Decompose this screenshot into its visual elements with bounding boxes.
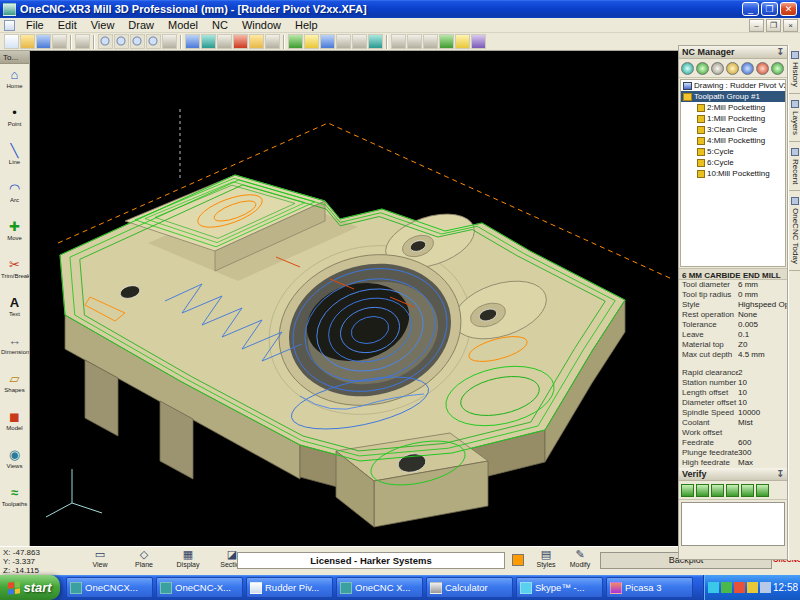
tool-home[interactable]: ⌂Home bbox=[0, 64, 29, 102]
maximize-button[interactable]: ❐ bbox=[761, 2, 778, 16]
minimize-button[interactable]: _ bbox=[742, 2, 759, 16]
tool-model[interactable]: ◼Model bbox=[0, 406, 29, 444]
grid-icon[interactable] bbox=[288, 34, 303, 49]
snap-icon[interactable] bbox=[304, 34, 319, 49]
wireframe-icon[interactable] bbox=[336, 34, 351, 49]
menu-draw[interactable]: Draw bbox=[121, 18, 161, 33]
toolpath-node[interactable]: 2:Mill Pocketting bbox=[681, 102, 785, 113]
shade-icon[interactable] bbox=[320, 34, 335, 49]
verify-preview-area[interactable] bbox=[681, 502, 785, 546]
toolpath-group-node[interactable]: Toolpath Group #1 bbox=[681, 91, 785, 102]
messenger-tray-icon[interactable] bbox=[708, 582, 719, 593]
pan-icon[interactable] bbox=[162, 34, 177, 49]
verify-settings-icon[interactable] bbox=[741, 484, 754, 497]
toolpath-node[interactable]: 6:Cycle bbox=[681, 157, 785, 168]
viewport-canvas[interactable] bbox=[30, 51, 678, 546]
menu-model[interactable]: Model bbox=[161, 18, 205, 33]
taskbar-button[interactable]: Skype™ -... bbox=[516, 577, 603, 598]
toolpath-settings-icon[interactable] bbox=[741, 62, 754, 75]
verify-stop-icon[interactable] bbox=[726, 484, 739, 497]
toolpath-node[interactable]: 4:Mill Pocketting bbox=[681, 135, 785, 146]
tool-toolpaths[interactable]: ≈Toolpaths bbox=[0, 482, 29, 520]
tool-views[interactable]: ◉Views bbox=[0, 444, 29, 482]
zoom-in-icon[interactable] bbox=[98, 34, 113, 49]
select-toolpath-icon[interactable] bbox=[681, 62, 694, 75]
taskbar-button[interactable]: Rudder Piv... bbox=[246, 577, 333, 598]
tool-line[interactable]: ╲Line bbox=[0, 140, 29, 178]
menu-view[interactable]: View bbox=[84, 18, 122, 33]
dynamic-rotate-icon[interactable] bbox=[368, 34, 383, 49]
updates-tray-icon[interactable] bbox=[734, 582, 745, 593]
undo-icon[interactable] bbox=[249, 34, 264, 49]
menu-edit[interactable]: Edit bbox=[51, 18, 84, 33]
pin-icon[interactable]: ↧ bbox=[776, 469, 784, 479]
plot-icon[interactable] bbox=[75, 34, 90, 49]
tab-recent[interactable]: Recent bbox=[789, 142, 800, 191]
regenerate-icon[interactable] bbox=[756, 62, 769, 75]
tool-arc[interactable]: ◠Arc bbox=[0, 178, 29, 216]
verify-fast-icon[interactable] bbox=[696, 484, 709, 497]
tool-text[interactable]: AText bbox=[0, 292, 29, 330]
zoom-out-icon[interactable] bbox=[114, 34, 129, 49]
tool-move[interactable]: ✚Move bbox=[0, 216, 29, 254]
tool-dimension[interactable]: ↔Dimension bbox=[0, 330, 29, 368]
select-icon[interactable] bbox=[217, 34, 232, 49]
help-icon[interactable] bbox=[471, 34, 486, 49]
verify-toolpath-icon[interactable] bbox=[696, 62, 709, 75]
zoom-extents-icon[interactable] bbox=[146, 34, 161, 49]
taskbar-button[interactable]: OneCNC X... bbox=[336, 577, 423, 598]
verify-step-icon[interactable] bbox=[711, 484, 724, 497]
display-button[interactable]: ▦Display bbox=[166, 548, 210, 568]
tab-layers[interactable]: Layers bbox=[789, 94, 800, 142]
save-icon[interactable] bbox=[36, 34, 51, 49]
zoom-window-icon[interactable] bbox=[130, 34, 145, 49]
taskbar-button[interactable]: Picasa 3 bbox=[606, 577, 693, 598]
tool-shapes[interactable]: ▱Shapes bbox=[0, 368, 29, 406]
new-icon[interactable] bbox=[4, 34, 19, 49]
measure-icon[interactable] bbox=[265, 34, 280, 49]
open-icon[interactable] bbox=[20, 34, 35, 49]
drawing-node[interactable]: Drawing : Rudder Pivot V2xx.XF.. bbox=[681, 80, 785, 91]
redraw-icon[interactable] bbox=[201, 34, 216, 49]
verify-report-icon[interactable] bbox=[756, 484, 769, 497]
material-icon[interactable] bbox=[439, 34, 454, 49]
previous-view-icon[interactable] bbox=[185, 34, 200, 49]
pin-icon[interactable]: ↧ bbox=[776, 47, 784, 57]
tool-point[interactable]: •Point bbox=[0, 102, 29, 140]
toolpath-node[interactable]: 10:Mill Pocketting bbox=[681, 168, 785, 179]
iso-view-icon[interactable] bbox=[423, 34, 438, 49]
print-icon[interactable] bbox=[52, 34, 67, 49]
tool-palette-header[interactable]: To... bbox=[0, 51, 29, 64]
plane-button[interactable]: ◇Plane bbox=[122, 548, 166, 568]
modify-button[interactable]: ✎Modify bbox=[564, 548, 596, 568]
close-button[interactable]: ✕ bbox=[780, 2, 797, 16]
top-view-icon[interactable] bbox=[391, 34, 406, 49]
menu-file[interactable]: File bbox=[19, 18, 51, 33]
taskbar-button[interactable]: OneCNCX... bbox=[66, 577, 153, 598]
antivirus-tray-icon[interactable] bbox=[721, 582, 732, 593]
tab-history[interactable]: History bbox=[789, 45, 800, 94]
toolpath-node[interactable]: 1:Mill Pocketting bbox=[681, 113, 785, 124]
erase-icon[interactable] bbox=[233, 34, 248, 49]
layers-icon[interactable] bbox=[455, 34, 470, 49]
verify-play-icon[interactable] bbox=[681, 484, 694, 497]
menu-window[interactable]: Window bbox=[235, 18, 288, 33]
post-process-icon[interactable] bbox=[711, 62, 724, 75]
taskbar-button[interactable]: Calculator bbox=[426, 577, 513, 598]
styles-button[interactable]: ▤Styles bbox=[530, 548, 562, 568]
view-button[interactable]: ▭View bbox=[78, 548, 122, 568]
hidden-line-icon[interactable] bbox=[352, 34, 367, 49]
tool-trim-break[interactable]: ✂Trim/Break bbox=[0, 254, 29, 292]
tab-onecnc-today[interactable]: OneCNC Today bbox=[789, 191, 800, 271]
toolpath-node[interactable]: 3:Clean Circle bbox=[681, 124, 785, 135]
mdi-close-button[interactable]: × bbox=[783, 19, 798, 32]
volume-tray-icon[interactable] bbox=[747, 582, 758, 593]
toolpath-node[interactable]: 5:Cycle bbox=[681, 146, 785, 157]
network-tray-icon[interactable] bbox=[760, 582, 771, 593]
mdi-minimize-button[interactable]: – bbox=[749, 19, 764, 32]
nc-help-icon[interactable] bbox=[771, 62, 784, 75]
taskbar-button[interactable]: OneCNC-X... bbox=[156, 577, 243, 598]
mdi-restore-button[interactable]: ❐ bbox=[766, 19, 781, 32]
start-button[interactable]: start bbox=[0, 575, 60, 600]
front-view-icon[interactable] bbox=[407, 34, 422, 49]
